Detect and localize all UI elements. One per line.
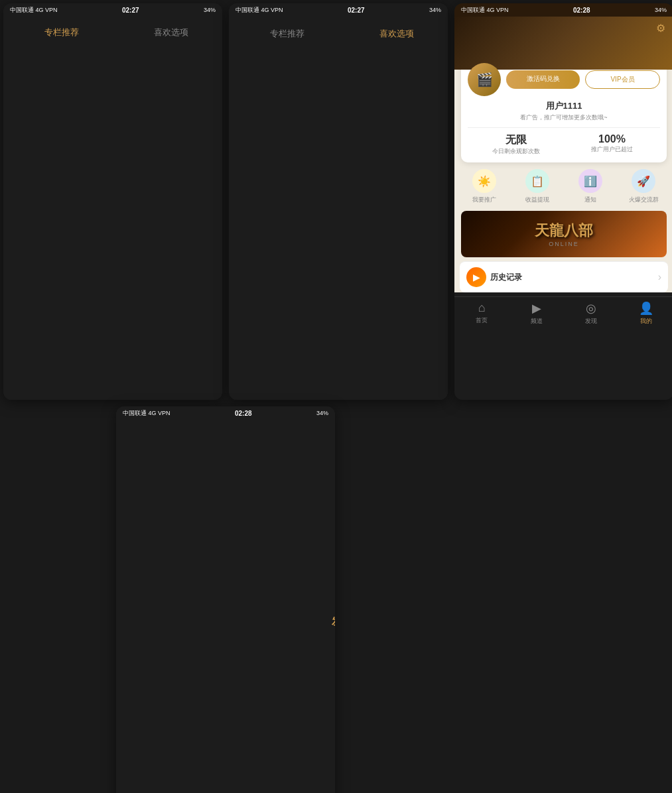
battery-1: 34% <box>204 7 216 13</box>
ad-banner-text: 天龍八部 <box>535 221 593 241</box>
tab-special[interactable]: 专栏推荐 <box>7 24 116 400</box>
tab-special-2[interactable]: 专栏推荐 <box>232 24 342 400</box>
phone-1: 中国联通 4G VPN 02:27 34% 专栏推荐 喜欢选项 2019必看专题… <box>3 3 222 400</box>
notify-label: 通知 <box>584 196 596 204</box>
status-bar-1: 中国联通 4G VPN 02:27 34% <box>3 3 222 17</box>
time-3: 02:28 <box>573 7 590 14</box>
action-earnings[interactable]: 📋 收益提现 <box>514 169 561 204</box>
nav-mine-3[interactable]: 👤 我的 <box>619 301 673 326</box>
time-2: 02:27 <box>348 7 365 14</box>
stat-label-unlimited: 今日剩余观影次数 <box>468 147 564 156</box>
gear-icon[interactable]: ⚙ <box>656 22 665 34</box>
stat-unlimited: 无限 今日剩余观影次数 <box>468 133 564 156</box>
ad-banner-sub: ONLINE <box>535 241 593 247</box>
discover-header: 发现 🔍 <box>232 423 335 793</box>
profile-card: 🎬 激活码兑换 VIP会员 用户1111 看广告，推广可增加更多次数哦~ 无限 … <box>461 56 667 162</box>
stat-value-unlimited: 无限 <box>468 133 564 147</box>
stat-percent: 100% 推广用户已超过 <box>564 133 660 156</box>
battery-4: 34% <box>316 410 328 416</box>
bottom-nav-3: ⌂ 首页 ▶ 频道 ◎ 发现 👤 我的 <box>454 296 672 328</box>
notify-icon: ℹ️ <box>578 169 602 193</box>
time-1: 02:27 <box>122 7 139 14</box>
battery-2: 34% <box>429 7 441 13</box>
history-arrow: › <box>658 271 661 283</box>
stats: 无限 今日剩余观影次数 100% 推广用户已超过 <box>468 127 660 156</box>
mine-label-3: 我的 <box>640 317 652 326</box>
carrier-4: 中国联通 4G VPN <box>123 409 170 418</box>
history-section[interactable]: ▶ 历史记录 › <box>460 261 668 292</box>
discover-title: 发现 <box>332 615 335 628</box>
time-4: 02:28 <box>235 410 252 417</box>
ad-text: 看广告，推广可增加更多次数哦~ <box>468 113 660 122</box>
action-grid: ☀️ 我要推广 📋 收益提现 ℹ️ 通知 🚀 火爆交流群 <box>454 162 672 211</box>
avatar-initial: 🎬 <box>476 72 493 88</box>
vip-button[interactable]: VIP会员 <box>585 70 660 89</box>
action-group[interactable]: 🚀 火爆交流群 <box>620 169 667 204</box>
carrier-2: 中国联通 4G VPN <box>235 6 283 15</box>
battery-3: 34% <box>655 7 667 13</box>
history-label: 历史记录 <box>490 272 522 283</box>
discover-label-3: 发现 <box>585 317 597 326</box>
avatar: 🎬 <box>468 63 501 96</box>
phone-2: 中国联通 4G VPN 02:27 34% 专栏推荐 喜欢选项 全部 奇幻 网剧… <box>229 3 448 400</box>
tab-preference-2[interactable]: 喜欢选项 <box>342 24 448 400</box>
channel-label-3: 频道 <box>531 317 543 326</box>
mine-icon-3: 👤 <box>639 301 653 316</box>
promote-icon: ☀️ <box>472 169 496 193</box>
group-icon: 🚀 <box>632 169 655 193</box>
stat-value-percent: 100% <box>564 133 660 145</box>
username: 用户1111 <box>468 100 660 112</box>
discover-icon-3: ◎ <box>586 301 596 316</box>
group-label: 火爆交流群 <box>629 196 659 204</box>
ad-banner[interactable]: 天龍八部 ONLINE <box>461 211 667 257</box>
promote-label: 我要推广 <box>472 196 496 204</box>
nav-channel-3[interactable]: ▶ 频道 <box>509 301 565 326</box>
profile-buttons: 激活码兑换 VIP会员 <box>506 70 660 89</box>
home-label-3: 首页 <box>476 316 488 325</box>
channel-icon-3: ▶ <box>532 301 541 316</box>
history-left: ▶ 历史记录 <box>466 267 522 287</box>
home-icon-3: ⌂ <box>478 301 486 315</box>
status-bar-2: 中国联通 4G VPN 02:27 34% <box>229 3 448 17</box>
tab-header-2: 专栏推荐 喜欢选项 <box>232 20 448 400</box>
phone-3: 中国联通 4G VPN 02:28 34% ⚙ 🎬 激活码兑换 VIP会员 <box>454 3 672 400</box>
profile-header-bg: ⚙ <box>454 17 672 70</box>
earnings-icon: 📋 <box>525 169 549 193</box>
phone-4: 中国联通 4G VPN 02:28 34% 发现 🔍 的d 地方 ▶ <box>116 406 335 793</box>
activate-button[interactable]: 激活码兑换 <box>506 70 580 89</box>
status-bar-4: 中国联通 4G VPN 02:28 34% <box>116 406 335 420</box>
earnings-label: 收益提现 <box>525 196 549 204</box>
history-icon: ▶ <box>466 267 486 287</box>
action-promote[interactable]: ☀️ 我要推广 <box>461 169 507 204</box>
tab-header-1: 专栏推荐 喜欢选项 <box>7 20 222 400</box>
action-notify[interactable]: ℹ️ 通知 <box>567 169 614 204</box>
status-bar-3: 中国联通 4G VPN 02:28 34% <box>454 3 672 17</box>
tab-preference[interactable]: 喜欢选项 <box>116 24 222 400</box>
carrier-1: 中国联通 4G VPN <box>10 6 58 15</box>
stat-label-percent: 推广用户已超过 <box>564 145 660 154</box>
nav-discover-3[interactable]: ◎ 发现 <box>564 301 619 326</box>
nav-home-3[interactable]: ⌂ 首页 <box>454 301 509 326</box>
carrier-3: 中国联通 4G VPN <box>461 6 509 15</box>
